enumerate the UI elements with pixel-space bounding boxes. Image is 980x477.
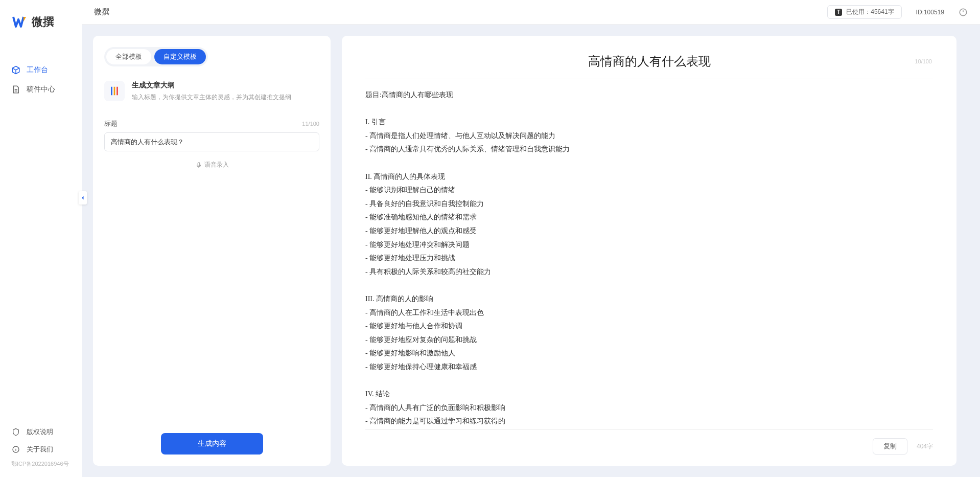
usage-badge[interactable]: T 已使用：45641字 xyxy=(827,5,901,19)
info-icon xyxy=(11,445,20,454)
input-panel: 全部模板 自定义模板 生成文章大纲 输入标题，为你提供文章主体的灵感，并为其创建… xyxy=(93,36,331,466)
template-icon xyxy=(104,81,125,101)
user-id: ID:100519 xyxy=(916,9,944,16)
template-desc: 输入标题，为你提供文章主体的灵感，并为其创建推文提纲 xyxy=(132,93,291,102)
copy-button[interactable]: 复制 xyxy=(873,438,907,455)
chevron-left-icon xyxy=(80,195,86,201)
nav-label: 关于我们 xyxy=(27,445,53,454)
content: 全部模板 自定义模板 生成文章大纲 输入标题，为你提供文章主体的灵感，并为其创建… xyxy=(82,25,980,477)
text-icon: T xyxy=(835,9,842,16)
primary-nav: 工作台 稿件中心 xyxy=(0,40,82,423)
output-title: 高情商的人有什么表现 xyxy=(365,47,933,79)
shield-icon xyxy=(11,427,20,437)
voice-label: 语音录入 xyxy=(204,161,229,169)
nav-item-workspace[interactable]: 工作台 xyxy=(0,60,82,80)
topbar: 微撰 T 已使用：45641字 ID:100519 xyxy=(82,0,980,25)
nav-item-drafts[interactable]: 稿件中心 xyxy=(0,80,82,99)
usage-text: 已使用：45641字 xyxy=(846,8,894,16)
template-title: 生成文章大纲 xyxy=(132,81,291,90)
tab-custom-templates[interactable]: 自定义模板 xyxy=(154,49,206,64)
template-tabs: 全部模板 自定义模板 xyxy=(104,47,208,66)
sidebar: 微撰 工作台 稿件中心 版权说明 xyxy=(0,0,82,477)
generate-button[interactable]: 生成内容 xyxy=(161,433,263,455)
output-body: 题目:高情商的人有哪些表现 I. 引言 - 高情商是指人们处理情绪、与他人互动以… xyxy=(365,79,933,429)
nav-item-copyright[interactable]: 版权说明 xyxy=(0,423,82,441)
icp-text: 鄂ICP备2022016946号 xyxy=(0,458,82,471)
document-icon xyxy=(11,85,20,94)
nav-label: 稿件中心 xyxy=(27,85,55,94)
page-title: 微撰 xyxy=(94,7,109,17)
sidebar-footer: 版权说明 关于我们 鄂ICP备2022016946号 xyxy=(0,423,82,477)
logo-icon xyxy=(12,15,28,29)
template-card: 生成文章大纲 输入标题，为你提供文章主体的灵感，并为其创建推文提纲 xyxy=(104,79,319,104)
power-icon[interactable] xyxy=(959,8,968,17)
nav-item-about[interactable]: 关于我们 xyxy=(0,441,82,458)
output-panel: 高情商的人有什么表现 10/100 题目:高情商的人有哪些表现 I. 引言 - … xyxy=(342,36,956,466)
nav-label: 版权说明 xyxy=(27,427,53,437)
main: 微撰 T 已使用：45641字 ID:100519 全部模板 自定义模板 xyxy=(82,0,980,477)
output-footer: 复制 404字 xyxy=(365,429,933,455)
brand-logo: 微撰 xyxy=(0,0,82,40)
sidebar-collapse-toggle[interactable] xyxy=(79,191,87,205)
svg-rect-2 xyxy=(198,162,200,166)
nav-label: 工作台 xyxy=(27,65,48,75)
voice-input-button[interactable]: 语音录入 xyxy=(104,161,319,169)
title-char-count: 11/100 xyxy=(302,121,319,127)
cube-icon xyxy=(11,65,20,75)
mic-icon xyxy=(195,162,202,169)
title-field-label: 标题 xyxy=(104,119,118,128)
output-counter: 10/100 xyxy=(915,58,932,64)
tab-all-templates[interactable]: 全部模板 xyxy=(106,49,151,64)
topbar-right: T 已使用：45641字 ID:100519 xyxy=(827,5,968,19)
brand-name: 微撰 xyxy=(32,14,54,30)
title-input[interactable] xyxy=(104,132,319,151)
output-word-count: 404字 xyxy=(917,442,933,451)
